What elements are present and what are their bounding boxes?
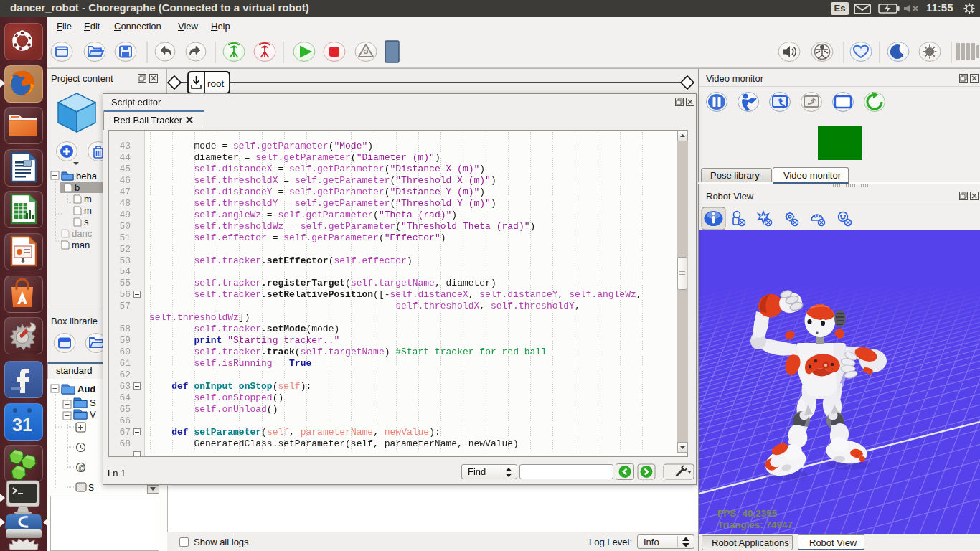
svg-text:m: m [84,194,92,204]
svg-text:Aud: Aud [77,384,95,395]
svg-text:s: s [84,217,89,227]
svg-text:S: S [88,483,94,493]
svg-text:m: m [84,205,92,216]
svg-text:man: man [72,240,90,250]
svg-text:@: @ [78,464,85,472]
svg-text:Triangles: 74947: Triangles: 74947 [717,519,793,530]
svg-text:V: V [90,409,96,420]
svg-text:root: root [207,78,225,89]
svg-text:S: S [90,397,96,408]
svg-text:31: 31 [12,415,32,435]
svg-text:danc: danc [72,228,93,239]
svg-text:beha: beha [76,171,98,182]
svg-text:b: b [75,182,80,193]
svg-text:FPS: 40,2355: FPS: 40,2355 [717,508,778,519]
